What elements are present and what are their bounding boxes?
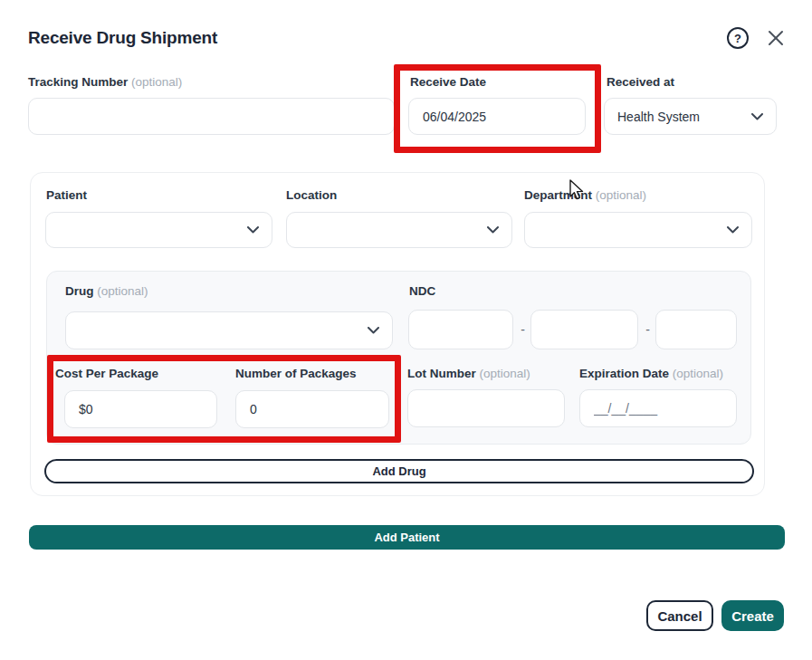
location-label: Location [286, 188, 337, 202]
tracking-number-label: Tracking Number (optional) [28, 75, 182, 89]
department-optional: (optional) [596, 188, 646, 202]
chevron-down-icon [368, 327, 379, 334]
ndc-segment-3-input[interactable] [655, 310, 737, 349]
receive-date-label: Receive Date [410, 75, 486, 89]
cost-per-package-input[interactable] [64, 390, 217, 428]
ndc-segment-1-input[interactable] [408, 310, 513, 349]
department-label: Department (optional) [524, 188, 646, 202]
help-icon-glyph: ? [734, 32, 741, 45]
help-icon[interactable]: ? [727, 27, 749, 49]
receive-drug-shipment-dialog: Receive Drug Shipment ? Tracking Number … [0, 0, 812, 660]
patient-select[interactable] [45, 212, 272, 248]
ndc-segment-2-input[interactable] [530, 310, 638, 349]
received-at-label: Received at [607, 75, 674, 89]
drug-select[interactable] [65, 311, 393, 349]
chevron-down-icon [751, 113, 763, 120]
received-at-value: Health System [617, 110, 700, 124]
add-patient-button[interactable]: Add Patient [29, 525, 785, 550]
drug-card: Drug (optional) NDC - - Cost Per Package… [46, 271, 751, 445]
department-select[interactable] [524, 212, 752, 248]
create-button[interactable]: Create [721, 600, 784, 631]
receive-date-input[interactable] [408, 98, 586, 135]
chevron-down-icon [487, 226, 499, 234]
lot-number-input[interactable] [407, 389, 565, 427]
chevron-down-icon [727, 226, 739, 234]
cost-per-package-label: Cost Per Package [55, 367, 158, 380]
close-icon[interactable] [766, 28, 786, 48]
expiration-date-label: Expiration Date (optional) [579, 367, 723, 380]
tracking-number-input[interactable] [28, 98, 395, 135]
patient-label: Patient [46, 188, 87, 202]
cancel-button[interactable]: Cancel [646, 600, 713, 631]
ndc-dash: - [517, 310, 529, 349]
tracking-number-optional: (optional) [131, 75, 182, 89]
page-title: Receive Drug Shipment [28, 28, 217, 48]
lot-number-label: Lot Number (optional) [407, 367, 530, 380]
expiration-date-input[interactable] [579, 389, 737, 427]
add-drug-button[interactable]: Add Drug [44, 459, 754, 483]
location-select[interactable] [286, 212, 512, 248]
patient-card: Patient Location Department (optional) [30, 172, 765, 496]
drug-label: Drug (optional) [65, 284, 148, 298]
ndc-dash: - [642, 310, 654, 349]
lot-number-optional: (optional) [480, 367, 530, 380]
number-of-packages-input[interactable] [235, 390, 389, 428]
chevron-down-icon [247, 226, 259, 234]
received-at-select[interactable]: Health System [604, 98, 777, 135]
ndc-label: NDC [409, 284, 435, 298]
number-of-packages-label: Number of Packages [235, 367, 357, 380]
expiration-date-optional: (optional) [673, 367, 723, 380]
drug-optional: (optional) [97, 284, 148, 298]
